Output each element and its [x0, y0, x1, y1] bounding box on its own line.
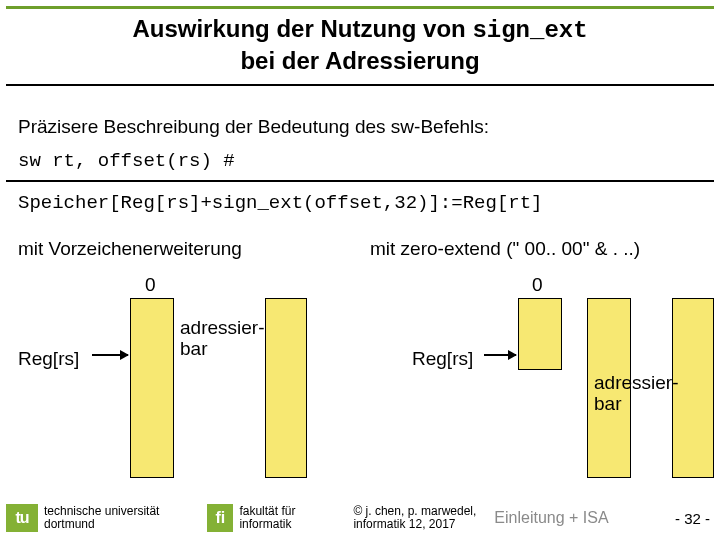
caption-left: mit Vorzeichenerweiterung: [18, 238, 358, 260]
memory-right-short: [518, 298, 562, 370]
memory-left-col2: [265, 298, 307, 478]
code-line-2: Speicher[Reg[rs]+sign_ext(offset,32)]:=R…: [18, 192, 543, 214]
title-line1-mono: sign_ext: [472, 17, 587, 44]
title-line1-prefix: Auswirkung der Nutzung von: [132, 15, 472, 42]
lecture-name: Einleitung + ISA: [494, 509, 608, 527]
tu-logo-icon: tu: [6, 504, 38, 532]
memory-left-col1: [130, 298, 174, 478]
mid-rule: [6, 180, 714, 182]
title-underline: [6, 84, 714, 86]
copyright: © j. chen, p. marwedel, informatik 12, 2…: [353, 505, 476, 530]
caption-right: mit zero-extend (" 00.. 00" & . ..): [370, 238, 710, 260]
description-text: Präzisere Beschreibung der Bedeutung des…: [18, 116, 489, 138]
reg-label-left: Reg[rs]: [18, 348, 79, 370]
tu-line2: dortmund: [44, 517, 95, 531]
title-line2: bei der Adressierung: [240, 47, 479, 74]
code-line-1: sw rt, offset(rs) #: [18, 150, 235, 172]
footer: tu technische universität dortmund fi fa…: [0, 496, 720, 540]
arrow-left-icon: [92, 354, 128, 356]
top-rule: [6, 6, 714, 9]
fi-text: fakultät für informatik: [239, 505, 295, 530]
slide-title: Auswirkung der Nutzung von sign_ext bei …: [0, 14, 720, 76]
reg-label-right: Reg[rs]: [412, 348, 473, 370]
page-number: - 32 -: [675, 510, 710, 527]
fi-line2: informatik: [239, 517, 291, 531]
fi-logo-icon: fi: [207, 504, 233, 532]
zero-right: 0: [532, 274, 543, 296]
copyright-line2: informatik 12, 2017: [353, 517, 455, 531]
arrow-right-icon: [484, 354, 516, 356]
zero-left: 0: [145, 274, 156, 296]
tu-text: technische universität dortmund: [44, 505, 159, 530]
addressable-left: adressier- bar: [180, 318, 264, 359]
addressable-right: adressier- bar: [594, 373, 678, 414]
